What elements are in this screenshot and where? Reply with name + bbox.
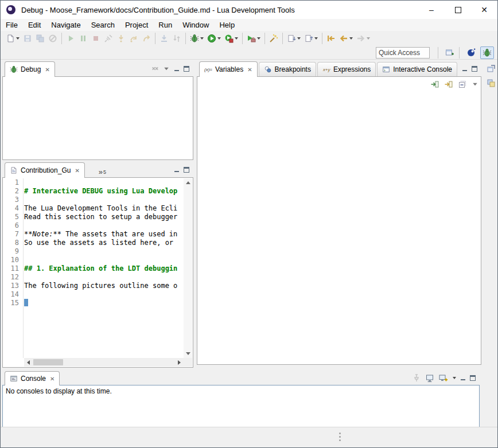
show-logical-structures-button[interactable] [430,80,439,89]
back-button[interactable] [337,33,355,44]
hidden-tabs-count: 5 [103,169,106,175]
view-menu-button[interactable] [163,65,170,72]
editor-tab-overflow[interactable]: » 5 [99,169,106,177]
step-return-button[interactable] [140,33,153,44]
horizontal-scrollbar[interactable] [24,358,184,367]
pin-console-button[interactable] [412,373,421,383]
menu-edit[interactable]: Edit [23,20,46,30]
toolbar-separator [438,47,438,59]
menu-bar: FileEditNavigateSearchProjectRunWindowHe… [1,19,497,31]
line-number: 12 [3,273,19,282]
open-element-button[interactable] [267,33,280,44]
resume-button[interactable] [64,33,77,44]
minimize-view-button[interactable] [174,167,180,173]
show-type-names-button[interactable] [444,80,453,89]
view-menu-button[interactable] [472,81,478,88]
coverage-button[interactable] [223,33,240,44]
editor-text-area[interactable]: # Interactive DEBUG using Lua DevelopThe… [24,178,184,358]
editor-line: The following pictures outline some o [24,282,184,290]
minimize-window-button[interactable]: – [418,1,445,19]
toolbar-separator [242,33,243,44]
close-icon[interactable]: ✕ [45,67,49,73]
tab-expressions[interactable]: x+y Expressions [317,62,376,76]
run-button[interactable] [205,33,223,44]
wand-icon [269,34,278,43]
step-over-button[interactable] [127,33,140,44]
close-icon[interactable]: ✕ [247,67,252,73]
maximize-view-button[interactable] [470,375,476,381]
menu-search[interactable]: Search [86,20,120,30]
minimize-view-button[interactable] [174,66,180,72]
display-selected-console-button[interactable] [425,373,434,383]
floppy-icon [23,34,32,43]
lua-perspective-button[interactable] [464,46,478,59]
minimize-view-button[interactable] [462,66,468,72]
close-icon[interactable]: ✕ [50,376,55,382]
menu-project[interactable]: Project [120,20,153,30]
window-title: Debug - Moose_Framework/docs/Contributio… [21,6,295,14]
forward-button[interactable] [355,33,372,44]
restore-view-button[interactable] [485,63,497,74]
scroll-down-button[interactable] [184,349,192,358]
last-edit-location-button[interactable] [325,33,337,44]
menu-navigate[interactable]: Navigate [46,20,85,30]
menu-help[interactable]: Help [214,20,240,30]
disconnect-button[interactable] [102,33,115,44]
use-step-filters-button[interactable] [170,33,183,44]
sash-handle[interactable] [339,433,341,441]
save-button[interactable] [21,33,34,44]
minimized-view-button[interactable] [485,77,497,89]
chevron-down-icon[interactable] [453,377,456,379]
console-view: Console ✕ No consoles to display at this… [2,371,480,428]
annotnext-icon [287,34,296,43]
line-number: 14 [3,290,19,299]
maximize-window-button[interactable] [445,1,471,19]
menu-run[interactable]: Run [153,20,177,30]
open-console-button[interactable] [438,373,448,383]
line-number-gutter[interactable]: 123456789101112131415 [3,178,24,358]
suspend-button[interactable] [77,33,90,44]
coverage-icon [224,34,234,43]
tab-interactive-console[interactable]: Interactive Console [377,62,457,76]
debug-perspective-button[interactable] [480,46,494,59]
line-number: 11 [3,264,19,273]
quick-access-input[interactable] [376,47,430,59]
menu-window[interactable]: Window [177,20,214,30]
editor-line [24,196,184,204]
previous-annotation-button[interactable] [302,33,320,44]
tab-breakpoints[interactable]: Breakpoints [259,62,316,76]
debug-button[interactable] [188,33,205,44]
vertical-scrollbar[interactable] [184,178,192,358]
new-button[interactable] [4,33,21,44]
menu-file[interactable]: File [1,20,23,30]
line-number: 10 [3,256,19,264]
step-into-button[interactable] [115,33,127,44]
maximize-view-button[interactable] [184,66,189,72]
minimize-view-button[interactable] [460,375,466,381]
tab-debug[interactable]: Debug ✕ [5,61,55,77]
close-icon[interactable]: ✕ [75,167,79,174]
variables-tabrow: (x)= Variables ✕ Breakpoints x+y Express… [197,61,481,76]
save-all-button[interactable] [34,33,46,44]
scrollbar-thumb[interactable] [33,359,63,365]
maximize-view-button[interactable] [184,167,189,173]
open-perspective-button[interactable] [443,46,457,59]
terminate-button[interactable] [90,33,102,44]
scroll-down-icon [186,352,190,355]
scroll-left-button[interactable] [24,358,33,367]
remove-all-terminated-button[interactable] [151,65,159,73]
drop-to-frame-button[interactable] [158,33,170,44]
tab-contribution-guide[interactable]: Contribution_Gu ✕ [5,162,85,178]
collapse-all-button[interactable] [458,80,467,89]
tab-variables[interactable]: (x)= Variables ✕ [199,61,258,77]
annotprev-icon [304,34,313,43]
scroll-right-button[interactable] [175,358,184,367]
tab-label: Debug [21,65,41,73]
maximize-view-button[interactable] [472,66,477,72]
close-window-button[interactable]: ✕ [471,1,497,19]
next-annotation-button[interactable] [285,33,302,44]
external-tools-button[interactable] [245,33,262,44]
skip-all-breakpoints-button[interactable] [46,33,59,44]
tab-console[interactable]: Console ✕ [5,371,60,385]
scroll-up-button[interactable] [184,178,192,187]
